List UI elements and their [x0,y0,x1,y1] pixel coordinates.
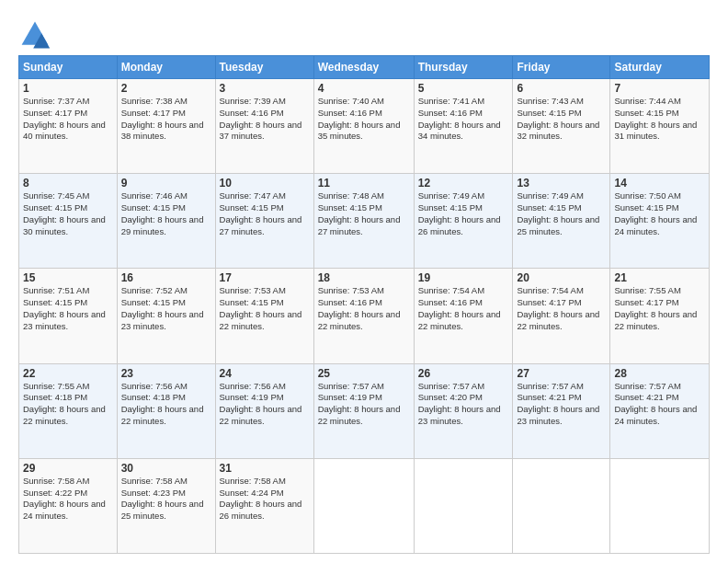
day-info: Sunrise: 7:56 AM Sunset: 4:18 PM Dayligh… [121,381,211,428]
calendar-cell: 20 Sunrise: 7:54 AM Sunset: 4:17 PM Dayl… [513,269,610,363]
day-number: 18 [318,271,410,284]
day-number: 19 [418,271,509,284]
day-info: Sunrise: 7:44 AM Sunset: 4:15 PM Dayligh… [614,96,705,143]
calendar-cell: 4 Sunrise: 7:40 AM Sunset: 4:16 PM Dayli… [313,79,414,174]
header [18,15,710,52]
calendar-cell: 10 Sunrise: 7:47 AM Sunset: 4:15 PM Dayl… [215,174,313,269]
day-number: 9 [121,177,211,190]
calendar-cell: 25 Sunrise: 7:57 AM Sunset: 4:19 PM Dayl… [313,363,414,458]
day-number: 29 [23,462,113,475]
calendar-cell: 29 Sunrise: 7:58 AM Sunset: 4:22 PM Dayl… [19,458,118,553]
calendar-header-cell: Wednesday [313,56,414,79]
day-number: 20 [517,271,606,284]
calendar-cell: 26 Sunrise: 7:57 AM Sunset: 4:20 PM Dayl… [414,363,513,458]
day-number: 16 [121,271,211,284]
calendar-cell: 1 Sunrise: 7:37 AM Sunset: 4:17 PM Dayli… [19,79,118,174]
calendar-cell: 30 Sunrise: 7:58 AM Sunset: 4:23 PM Dayl… [117,458,215,553]
day-number: 23 [121,367,211,380]
day-number: 21 [614,271,705,284]
day-number: 14 [614,177,705,190]
day-info: Sunrise: 7:49 AM Sunset: 4:15 PM Dayligh… [517,190,606,237]
day-info: Sunrise: 7:57 AM Sunset: 4:21 PM Dayligh… [614,381,705,428]
calendar-cell [313,458,414,553]
day-number: 11 [318,177,410,190]
day-number: 2 [121,82,211,95]
calendar-cell: 31 Sunrise: 7:58 AM Sunset: 4:24 PM Dayl… [215,458,313,553]
day-info: Sunrise: 7:58 AM Sunset: 4:23 PM Dayligh… [121,476,211,523]
day-info: Sunrise: 7:43 AM Sunset: 4:15 PM Dayligh… [517,96,606,143]
day-info: Sunrise: 7:46 AM Sunset: 4:15 PM Dayligh… [121,190,211,237]
day-info: Sunrise: 7:45 AM Sunset: 4:15 PM Dayligh… [23,190,113,237]
day-number: 25 [318,367,410,380]
day-info: Sunrise: 7:49 AM Sunset: 4:15 PM Dayligh… [418,190,509,237]
day-number: 3 [220,82,310,95]
day-number: 17 [220,271,310,284]
day-number: 13 [517,177,606,190]
calendar-cell: 17 Sunrise: 7:53 AM Sunset: 4:15 PM Dayl… [215,269,313,363]
day-info: Sunrise: 7:48 AM Sunset: 4:15 PM Dayligh… [318,190,410,237]
day-number: 4 [318,82,410,95]
day-number: 22 [23,367,113,380]
calendar-cell: 8 Sunrise: 7:45 AM Sunset: 4:15 PM Dayli… [19,174,118,269]
day-info: Sunrise: 7:40 AM Sunset: 4:16 PM Dayligh… [318,96,410,143]
calendar-header-cell: Thursday [414,56,513,79]
day-number: 30 [121,462,211,475]
day-info: Sunrise: 7:56 AM Sunset: 4:19 PM Dayligh… [220,381,310,428]
calendar-week-row: 22 Sunrise: 7:55 AM Sunset: 4:18 PM Dayl… [19,363,710,458]
calendar-cell: 16 Sunrise: 7:52 AM Sunset: 4:15 PM Dayl… [117,269,215,363]
calendar-body: 1 Sunrise: 7:37 AM Sunset: 4:17 PM Dayli… [19,79,710,554]
day-info: Sunrise: 7:53 AM Sunset: 4:16 PM Dayligh… [318,285,410,332]
calendar-cell: 7 Sunrise: 7:44 AM Sunset: 4:15 PM Dayli… [610,79,710,174]
calendar-cell: 3 Sunrise: 7:39 AM Sunset: 4:16 PM Dayli… [215,79,313,174]
calendar-cell: 27 Sunrise: 7:57 AM Sunset: 4:21 PM Dayl… [513,363,610,458]
calendar-cell: 2 Sunrise: 7:38 AM Sunset: 4:17 PM Dayli… [117,79,215,174]
calendar-cell: 19 Sunrise: 7:54 AM Sunset: 4:16 PM Dayl… [414,269,513,363]
day-number: 6 [517,82,606,95]
day-number: 10 [220,177,310,190]
day-number: 12 [418,177,509,190]
calendar-week-row: 29 Sunrise: 7:58 AM Sunset: 4:22 PM Dayl… [19,458,710,553]
day-number: 28 [614,367,705,380]
day-number: 31 [220,462,310,475]
day-info: Sunrise: 7:54 AM Sunset: 4:17 PM Dayligh… [517,285,606,332]
day-info: Sunrise: 7:41 AM Sunset: 4:16 PM Dayligh… [418,96,509,143]
day-info: Sunrise: 7:55 AM Sunset: 4:17 PM Dayligh… [614,285,705,332]
calendar-cell: 22 Sunrise: 7:55 AM Sunset: 4:18 PM Dayl… [19,363,118,458]
calendar-cell: 23 Sunrise: 7:56 AM Sunset: 4:18 PM Dayl… [117,363,215,458]
day-number: 24 [220,367,310,380]
day-number: 5 [418,82,509,95]
calendar-cell: 11 Sunrise: 7:48 AM Sunset: 4:15 PM Dayl… [313,174,414,269]
day-number: 7 [614,82,705,95]
day-info: Sunrise: 7:57 AM Sunset: 4:19 PM Dayligh… [318,381,410,428]
calendar-cell [513,458,610,553]
calendar-cell: 5 Sunrise: 7:41 AM Sunset: 4:16 PM Dayli… [414,79,513,174]
day-number: 8 [23,177,113,190]
day-info: Sunrise: 7:54 AM Sunset: 4:16 PM Dayligh… [418,285,509,332]
day-info: Sunrise: 7:50 AM Sunset: 4:15 PM Dayligh… [614,190,705,237]
calendar-header-row: SundayMondayTuesdayWednesdayThursdayFrid… [19,56,710,79]
day-info: Sunrise: 7:37 AM Sunset: 4:17 PM Dayligh… [23,96,113,143]
calendar-cell: 6 Sunrise: 7:43 AM Sunset: 4:15 PM Dayli… [513,79,610,174]
calendar-cell: 9 Sunrise: 7:46 AM Sunset: 4:15 PM Dayli… [117,174,215,269]
page: SundayMondayTuesdayWednesdayThursdayFrid… [0,0,728,563]
logo [18,18,57,52]
calendar-cell: 28 Sunrise: 7:57 AM Sunset: 4:21 PM Dayl… [610,363,710,458]
calendar-header-cell: Monday [117,56,215,79]
day-info: Sunrise: 7:58 AM Sunset: 4:24 PM Dayligh… [220,476,310,523]
calendar-cell [610,458,710,553]
calendar-week-row: 1 Sunrise: 7:37 AM Sunset: 4:17 PM Dayli… [19,79,710,174]
calendar-header-cell: Saturday [610,56,710,79]
calendar-cell: 24 Sunrise: 7:56 AM Sunset: 4:19 PM Dayl… [215,363,313,458]
calendar-header-cell: Sunday [19,56,118,79]
calendar-cell: 12 Sunrise: 7:49 AM Sunset: 4:15 PM Dayl… [414,174,513,269]
day-number: 15 [23,271,113,284]
day-info: Sunrise: 7:39 AM Sunset: 4:16 PM Dayligh… [220,96,310,143]
day-info: Sunrise: 7:55 AM Sunset: 4:18 PM Dayligh… [23,381,113,428]
day-number: 26 [418,367,509,380]
day-info: Sunrise: 7:38 AM Sunset: 4:17 PM Dayligh… [121,96,211,143]
calendar-header-cell: Tuesday [215,56,313,79]
day-info: Sunrise: 7:57 AM Sunset: 4:20 PM Dayligh… [418,381,509,428]
calendar-week-row: 8 Sunrise: 7:45 AM Sunset: 4:15 PM Dayli… [19,174,710,269]
calendar-week-row: 15 Sunrise: 7:51 AM Sunset: 4:15 PM Dayl… [19,269,710,363]
calendar-cell: 14 Sunrise: 7:50 AM Sunset: 4:15 PM Dayl… [610,174,710,269]
